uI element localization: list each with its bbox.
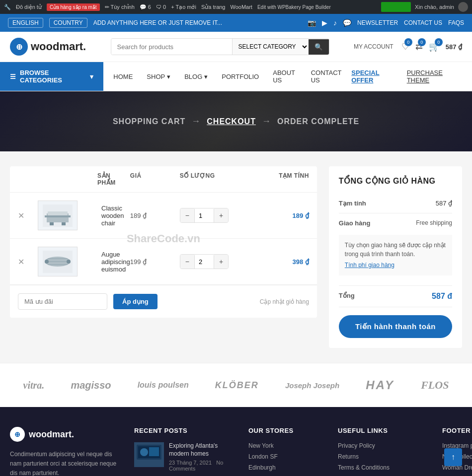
- cart-totals: TỔNG CỘNG GIỎ HÀNG Tạm tính 587 ₫ Giao h…: [329, 166, 462, 348]
- qty-control-2: − +: [180, 254, 249, 269]
- notice-bar-left: ENGLISH COUNTRY ADD ANYTHING HERE OR JUS…: [8, 18, 222, 28]
- scroll-top-button[interactable]: ↑: [444, 448, 462, 466]
- admin-comments-link[interactable]: 💬 6: [140, 4, 151, 10]
- store-london-sf[interactable]: London SF: [248, 453, 323, 460]
- nav-links: HOME SHOP▾ BLOG▾ PORTFOLIO ABOUT US CONT…: [103, 62, 351, 91]
- wishlist-button[interactable]: ♡ 0: [401, 41, 409, 52]
- search-button[interactable]: 🔍: [309, 39, 329, 55]
- post-title-1[interactable]: Exploring Atlanta's modern homes: [169, 442, 234, 458]
- purchase-theme-link[interactable]: PURCHASE THEME: [407, 69, 462, 84]
- footer-logo: ⊕ woodmart.: [10, 427, 119, 442]
- svg-rect-5: [48, 211, 68, 215]
- admin-pending-link[interactable]: 🗨 0: [156, 4, 166, 10]
- admin-customize-link[interactable]: ✏ Tùy chỉnh: [105, 4, 135, 10]
- nav-home[interactable]: HOME: [107, 62, 139, 91]
- checkout-button[interactable]: Tiến hành thanh toán: [339, 315, 452, 338]
- remove-item-1-button[interactable]: ✕: [18, 211, 38, 220]
- product-total-1: 189 ₫: [249, 212, 309, 219]
- blog-chevron-icon: ▾: [204, 73, 208, 80]
- subtotal-row: Tạm tính 587 ₫: [339, 194, 452, 213]
- cart-total: 587 ₫: [446, 43, 462, 51]
- link-terms[interactable]: Terms & Conditions: [338, 464, 427, 471]
- special-offer-link[interactable]: SPECIAL OFFER: [351, 69, 398, 84]
- sharecode-badge: [381, 2, 411, 12]
- site-logo[interactable]: ⊕ woodmart.: [10, 38, 86, 56]
- qty-increase-2[interactable]: +: [214, 255, 228, 269]
- step-cart[interactable]: SHOPPING CART: [113, 117, 185, 126]
- brand-louispoulsen: louis poulsen: [138, 380, 189, 390]
- header-icons: ♡ 0 ⇄ 0 🛒 0 587 ₫: [401, 41, 462, 52]
- my-account-link[interactable]: MY ACCOUNT: [354, 43, 393, 50]
- chevron-down-icon: ▾: [90, 73, 93, 80]
- nav-blog[interactable]: BLOG▾: [178, 62, 214, 91]
- cart-table: SẢN PHẨM GIÁ SỐ LƯỢNG TẠM TÍNH ✕: [10, 166, 317, 318]
- qty-input-2[interactable]: [194, 255, 214, 269]
- step-checkout[interactable]: CHECKOUT: [207, 117, 256, 126]
- store-edinburgh[interactable]: Edinburgh: [248, 464, 323, 471]
- nav-contact[interactable]: CONTACT US: [305, 62, 348, 91]
- nav-right: SPECIAL OFFER PURCHASE THEME: [351, 69, 472, 84]
- site-footer: ⊕ woodmart. Condimentum adipiscing vel n…: [0, 407, 472, 476]
- faqs-link[interactable]: FAQS: [448, 19, 464, 26]
- brand-josephjoseph: Joseph Joseph: [285, 381, 339, 390]
- qty-decrease-2[interactable]: −: [180, 255, 194, 269]
- compare-button[interactable]: ⇄ 0: [415, 41, 423, 52]
- header-right: MY ACCOUNT ♡ 0 ⇄ 0 🛒 0 587 ₫: [354, 41, 462, 52]
- update-cart-button[interactable]: Cập nhật giỏ hàng: [260, 298, 309, 305]
- admin-edit-page-link[interactable]: Sửa trang: [201, 4, 226, 10]
- qty-increase-1[interactable]: +: [214, 208, 228, 222]
- contact-us-link[interactable]: CONTACT US: [404, 19, 442, 26]
- admin-new-link[interactable]: + Tạo mới: [171, 4, 196, 10]
- newsletter-link[interactable]: NEWSLETTER: [357, 19, 398, 26]
- tiktok-icon[interactable]: ♪: [333, 19, 337, 27]
- admin-bar-left: 🔧 Đô diện tử Cửa hàng sắp ra mắt ✏ Tùy c…: [4, 3, 331, 11]
- admin-woomart-link[interactable]: WooMart: [231, 4, 252, 10]
- apply-coupon-button[interactable]: Áp dụng: [113, 294, 157, 309]
- qty-input-1[interactable]: [194, 209, 214, 222]
- youtube-icon[interactable]: ▶: [322, 19, 327, 27]
- brands-section: vitra. magisso louis poulsen KLÖBER Jose…: [0, 363, 472, 407]
- free-shipping-text: Free shipping: [416, 219, 452, 227]
- product-image-2: [38, 247, 78, 276]
- header-qty: SỐ LƯỢNG: [180, 172, 249, 186]
- cart-button[interactable]: 🛒 0: [429, 41, 440, 52]
- shipping-calc-link[interactable]: Tính phí giao hàng: [345, 261, 446, 270]
- subtotal-label: Tạm tính: [339, 200, 366, 207]
- admin-store-link[interactable]: Đô diện tử: [16, 4, 42, 10]
- product-name-2: Augue adipiscing euismod: [97, 251, 130, 273]
- category-select[interactable]: SELECT CATEGORY: [232, 39, 309, 55]
- browse-label: BROWSE CATEGORIES: [20, 69, 86, 84]
- nav-portfolio[interactable]: PORTFOLIO: [216, 62, 265, 91]
- remove-item-2-button[interactable]: ✕: [18, 257, 38, 267]
- link-privacy[interactable]: Privacy Policy: [338, 442, 427, 449]
- nav-about[interactable]: ABOUT US: [267, 62, 303, 91]
- discord-icon[interactable]: 💬: [343, 19, 351, 27]
- search-input[interactable]: [111, 39, 232, 55]
- shipping-note: Tùy chọn giao hàng sẽ được cập nhật tron…: [345, 241, 446, 259]
- admin-store-notice[interactable]: Cửa hàng sắp ra mắt: [47, 3, 100, 11]
- cart-table-header: SẢN PHẨM GIÁ SỐ LƯỢNG TẠM TÍNH: [10, 166, 317, 193]
- store-new-york[interactable]: New York: [248, 442, 323, 449]
- browse-categories-button[interactable]: ☰ BROWSE CATEGORIES ▾: [0, 62, 103, 91]
- arrow-1: →: [191, 116, 201, 127]
- useful-links-title: USEFUL LINKS: [338, 427, 427, 434]
- country-selector[interactable]: COUNTRY: [49, 18, 87, 28]
- coupon-input[interactable]: [18, 293, 107, 310]
- wp-icon[interactable]: 🔧: [4, 4, 11, 10]
- admin-greeting: Xin chào, admin: [415, 4, 454, 10]
- instagram-icon[interactable]: 📷: [308, 19, 316, 27]
- table-row: ✕ Augue adipiscing euismod: [10, 239, 317, 285]
- link-returns[interactable]: Returns: [338, 453, 427, 460]
- cart-section: SẢN PHẨM GIÁ SỐ LƯỢNG TẠM TÍNH ✕: [10, 166, 317, 348]
- admin-wpbakery-link[interactable]: Edit with WPBakery Page Builder: [257, 4, 331, 10]
- admin-avatar-icon[interactable]: [458, 2, 468, 12]
- logo-text: woodmart.: [31, 40, 86, 53]
- step-complete[interactable]: ORDER COMPLETE: [277, 117, 359, 126]
- breadcrumb-steps: SHOPPING CART → CHECKOUT → ORDER COMPLET…: [10, 116, 462, 127]
- footer-logo-icon: ⊕: [10, 427, 25, 442]
- nav-shop[interactable]: SHOP▾: [141, 62, 176, 91]
- qty-decrease-1[interactable]: −: [180, 208, 194, 222]
- admin-bar: 🔧 Đô diện tử Cửa hàng sắp ra mắt ✏ Tùy c…: [0, 0, 472, 14]
- language-selector[interactable]: ENGLISH: [8, 18, 43, 28]
- brand-hay: HAY: [366, 378, 394, 392]
